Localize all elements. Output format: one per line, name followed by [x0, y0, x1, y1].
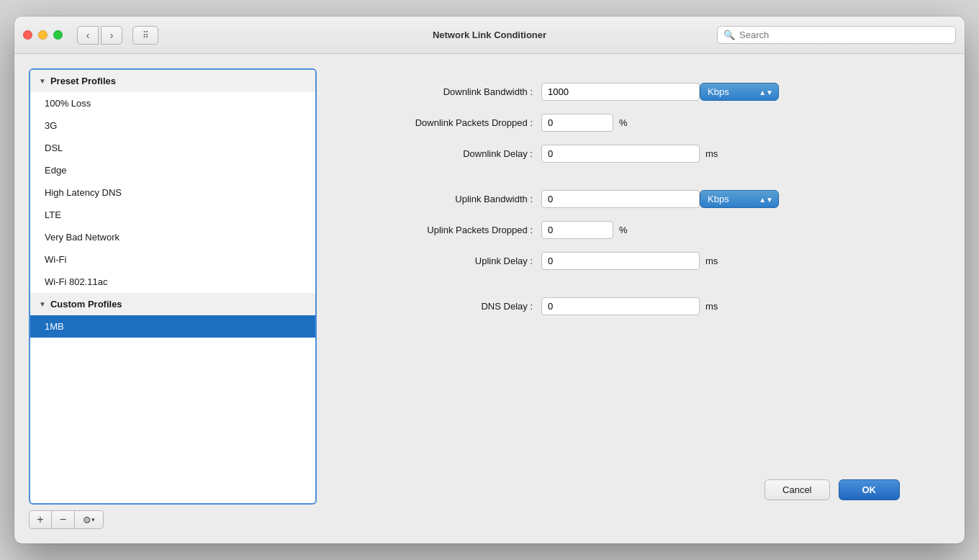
list-item[interactable]: DSL: [30, 137, 315, 159]
forward-button[interactable]: ›: [101, 26, 122, 45]
list-item[interactable]: LTE: [30, 204, 315, 226]
uplink-dropped-label: Uplink Packets Dropped :: [360, 225, 533, 235]
bottom-bar: + − ⚙ ▾: [29, 510, 317, 529]
section-divider-2: [360, 283, 921, 297]
preset-profiles-header[interactable]: ▼ Preset Profiles: [30, 70, 315, 92]
downlink-bandwidth-unit-wrapper: Kbps Mbps ▲▼: [700, 83, 779, 101]
custom-profiles-header[interactable]: ▼ Custom Profiles: [30, 293, 315, 315]
dns-delay-input[interactable]: [541, 297, 700, 315]
downlink-delay-input[interactable]: [541, 145, 700, 163]
uplink-bandwidth-group: Uplink Bandwidth : Kbps Mbps ▲▼: [360, 190, 921, 208]
downlink-bandwidth-input[interactable]: [541, 83, 700, 101]
search-bar: 🔍: [717, 26, 956, 44]
uplink-bandwidth-unit-wrapper: Kbps Mbps ▲▼: [700, 190, 779, 208]
uplink-bandwidth-input[interactable]: [541, 190, 700, 208]
remove-button[interactable]: −: [52, 510, 75, 529]
downlink-delay-unit: ms: [705, 148, 718, 159]
gear-icon: ⚙: [83, 515, 91, 525]
downlink-bandwidth-group: Downlink Bandwidth : Kbps Mbps ▲▼: [360, 83, 921, 101]
window-title: Network Link Conditioner: [433, 30, 546, 40]
uplink-dropped-group: Uplink Packets Dropped : %: [360, 221, 921, 239]
footer: Cancel OK: [360, 465, 921, 515]
gear-dropdown-icon: ▾: [91, 516, 95, 523]
custom-profiles-label: Custom Profiles: [50, 299, 122, 310]
traffic-lights: [23, 30, 63, 40]
uplink-delay-label: Uplink Delay :: [360, 256, 533, 266]
profiles-list: ▼ Preset Profiles 100% Loss 3G DSL Edge …: [29, 68, 317, 505]
list-item[interactable]: 100% Loss: [30, 92, 315, 114]
empty-space: [30, 338, 315, 381]
grid-button[interactable]: ⠿: [132, 26, 158, 45]
uplink-delay-group: Uplink Delay : ms: [360, 252, 921, 270]
custom-triangle-icon: ▼: [39, 300, 46, 308]
list-item[interactable]: High Latency DNS: [30, 181, 315, 204]
dns-delay-label: DNS Delay :: [360, 301, 533, 312]
uplink-bandwidth-label: Uplink Bandwidth :: [360, 194, 533, 204]
list-item[interactable]: Edge: [30, 159, 315, 181]
section-divider: [360, 176, 921, 190]
downlink-dropped-group: Downlink Packets Dropped : %: [360, 114, 921, 132]
list-item[interactable]: Wi-Fi: [30, 248, 315, 271]
downlink-bandwidth-unit-select[interactable]: Kbps Mbps: [700, 83, 779, 101]
downlink-dropped-label: Downlink Packets Dropped :: [360, 117, 533, 128]
close-button[interactable]: [23, 30, 32, 40]
list-item[interactable]: Wi-Fi 802.11ac: [30, 271, 315, 293]
nav-buttons: ‹ ›: [77, 26, 122, 45]
list-item[interactable]: 3G: [30, 114, 315, 137]
downlink-bandwidth-label: Downlink Bandwidth :: [360, 86, 533, 97]
preset-triangle-icon: ▼: [39, 77, 46, 85]
ok-button[interactable]: OK: [839, 479, 901, 500]
uplink-dropped-unit: %: [619, 225, 628, 235]
uplink-dropped-input[interactable]: [541, 221, 613, 239]
minimize-button[interactable]: [38, 30, 48, 40]
list-item[interactable]: Very Bad Network: [30, 226, 315, 248]
right-panel: Downlink Bandwidth : Kbps Mbps ▲▼ Downli…: [331, 68, 950, 529]
gear-button[interactable]: ⚙ ▾: [75, 510, 104, 529]
downlink-delay-group: Downlink Delay : ms: [360, 145, 921, 163]
content: ▼ Preset Profiles 100% Loss 3G DSL Edge …: [14, 54, 965, 543]
downlink-dropped-input[interactable]: [541, 114, 613, 132]
cancel-button[interactable]: Cancel: [764, 479, 829, 500]
uplink-bandwidth-unit-select[interactable]: Kbps Mbps: [700, 190, 779, 208]
search-icon: 🔍: [723, 30, 735, 40]
left-panel: ▼ Preset Profiles 100% Loss 3G DSL Edge …: [29, 68, 317, 529]
downlink-dropped-unit: %: [619, 117, 628, 128]
titlebar: ‹ › ⠿ Network Link Conditioner 🔍: [14, 17, 965, 54]
maximize-button[interactable]: [53, 30, 63, 40]
uplink-delay-unit: ms: [705, 256, 718, 266]
list-item[interactable]: 1MB: [30, 315, 315, 338]
uplink-delay-input[interactable]: [541, 252, 700, 270]
downlink-delay-label: Downlink Delay :: [360, 148, 533, 159]
preset-profiles-label: Preset Profiles: [50, 76, 116, 86]
dns-delay-group: DNS Delay : ms: [360, 297, 921, 315]
back-button[interactable]: ‹: [77, 26, 99, 45]
search-input[interactable]: [739, 30, 949, 40]
add-button[interactable]: +: [29, 510, 52, 529]
window: ‹ › ⠿ Network Link Conditioner 🔍 ▼ Prese…: [14, 17, 965, 543]
dns-delay-unit: ms: [705, 301, 718, 312]
